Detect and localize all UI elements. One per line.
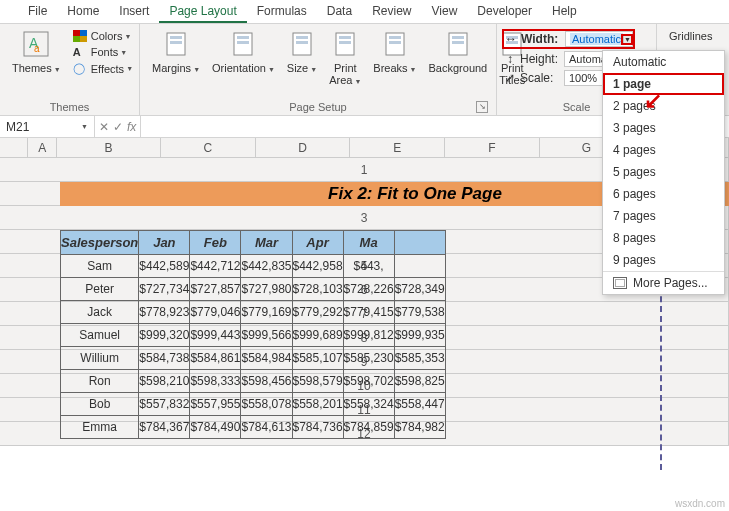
col-header-B[interactable]: B	[57, 138, 161, 158]
table-cell[interactable]: $443,	[343, 255, 394, 278]
table-cell[interactable]: $727,980	[241, 278, 292, 301]
table-cell[interactable]: $999,566	[241, 324, 292, 347]
tab-formulas[interactable]: Formulas	[247, 0, 317, 23]
table-cell[interactable]: $442,958	[292, 255, 343, 278]
table-cell[interactable]: $557,955	[190, 393, 241, 416]
more-pages-item[interactable]: More Pages...	[603, 272, 724, 294]
table-cell[interactable]: Samuel	[61, 324, 139, 347]
table-cell[interactable]: $598,579	[292, 370, 343, 393]
table-cell[interactable]: $779,046	[190, 301, 241, 324]
table-cell[interactable]: $779,538	[394, 301, 445, 324]
table-header[interactable]: Feb	[190, 231, 241, 255]
table-cell[interactable]: $442,835	[241, 255, 292, 278]
table-cell[interactable]: Bob	[61, 393, 139, 416]
table-cell[interactable]: $999,935	[394, 324, 445, 347]
effects-button[interactable]: ◯Effects▼	[73, 62, 133, 75]
width-option-automatic[interactable]: Automatic	[603, 51, 724, 73]
width-option-9-pages[interactable]: 9 pages	[603, 249, 724, 271]
tab-data[interactable]: Data	[317, 0, 362, 23]
table-cell[interactable]: Jack	[61, 301, 139, 324]
table-cell[interactable]: $784,859	[343, 416, 394, 439]
table-cell[interactable]: $584,861	[190, 347, 241, 370]
table-cell[interactable]: $558,447	[394, 393, 445, 416]
table-cell[interactable]: $558,324	[343, 393, 394, 416]
table-cell[interactable]: $784,367	[139, 416, 190, 439]
table-cell[interactable]: $585,230	[343, 347, 394, 370]
table-cell[interactable]: $784,736	[292, 416, 343, 439]
width-option-1-page[interactable]: 1 page	[603, 73, 724, 95]
width-option-8-pages[interactable]: 8 pages	[603, 227, 724, 249]
table-cell[interactable]: $999,689	[292, 324, 343, 347]
fx-icon[interactable]: fx	[127, 120, 136, 134]
table-cell[interactable]: Willium	[61, 347, 139, 370]
table-cell[interactable]: $779,169	[241, 301, 292, 324]
tab-review[interactable]: Review	[362, 0, 421, 23]
table-cell[interactable]: $584,738	[139, 347, 190, 370]
table-cell[interactable]: $598,333	[190, 370, 241, 393]
table-header[interactable]	[394, 231, 445, 255]
tab-insert[interactable]: Insert	[109, 0, 159, 23]
table-cell[interactable]: $598,702	[343, 370, 394, 393]
select-all-corner[interactable]	[0, 138, 28, 158]
fonts-button[interactable]: AFonts▼	[73, 46, 133, 58]
table-cell[interactable]: $728,349	[394, 278, 445, 301]
table-cell[interactable]: $598,210	[139, 370, 190, 393]
table-cell[interactable]: $558,078	[241, 393, 292, 416]
table-cell[interactable]: $558,201	[292, 393, 343, 416]
tab-page-layout[interactable]: Page Layout	[159, 0, 246, 23]
col-header-F[interactable]: F	[445, 138, 540, 158]
width-option-2-pages[interactable]: 2 pages	[603, 95, 724, 117]
col-header-E[interactable]: E	[350, 138, 445, 158]
table-header[interactable]: Jan	[139, 231, 190, 255]
name-box-dropdown[interactable]: ▼	[81, 123, 88, 130]
width-option-4-pages[interactable]: 4 pages	[603, 139, 724, 161]
colors-button[interactable]: Colors▼	[73, 30, 133, 42]
tab-home[interactable]: Home	[57, 0, 109, 23]
table-cell[interactable]	[394, 255, 445, 278]
print-area-button[interactable]: PrintArea▼	[323, 28, 367, 90]
table-cell[interactable]: $598,825	[394, 370, 445, 393]
table-cell[interactable]: $727,734	[139, 278, 190, 301]
table-cell[interactable]: Peter	[61, 278, 139, 301]
table-cell[interactable]: $728,103	[292, 278, 343, 301]
breaks-button[interactable]: Breaks▼	[367, 28, 422, 78]
size-button[interactable]: Size▼	[281, 28, 323, 78]
col-header-D[interactable]: D	[256, 138, 351, 158]
table-cell[interactable]: $727,857	[190, 278, 241, 301]
table-header[interactable]: Ma	[343, 231, 394, 255]
table-cell[interactable]: $557,832	[139, 393, 190, 416]
tab-help[interactable]: Help	[542, 0, 587, 23]
margins-button[interactable]: Margins▼	[146, 28, 206, 78]
table-cell[interactable]: $784,982	[394, 416, 445, 439]
table-header[interactable]: Mar	[241, 231, 292, 255]
col-header-C[interactable]: C	[161, 138, 256, 158]
table-cell[interactable]: $999,812	[343, 324, 394, 347]
table-cell[interactable]: $598,456	[241, 370, 292, 393]
table-cell[interactable]: Emma	[61, 416, 139, 439]
name-box[interactable]: M21▼	[0, 116, 95, 137]
table-cell[interactable]: $779,415	[343, 301, 394, 324]
orientation-button[interactable]: Orientation▼	[206, 28, 281, 78]
width-control[interactable]: ↔ Width: Automatic▼	[503, 30, 634, 48]
tab-view[interactable]: View	[422, 0, 468, 23]
table-cell[interactable]: $442,589	[139, 255, 190, 278]
table-cell[interactable]: Sam	[61, 255, 139, 278]
background-button[interactable]: Background	[423, 28, 494, 76]
width-option-5-pages[interactable]: 5 pages	[603, 161, 724, 183]
table-header[interactable]: Salesperson	[61, 231, 139, 255]
tab-developer[interactable]: Developer	[467, 0, 542, 23]
table-cell[interactable]: Ron	[61, 370, 139, 393]
width-option-6-pages[interactable]: 6 pages	[603, 183, 724, 205]
table-cell[interactable]: $584,984	[241, 347, 292, 370]
page-setup-dialog-launcher[interactable]: ↘	[476, 101, 488, 113]
width-dropdown-button[interactable]: ▼	[623, 36, 631, 43]
table-cell[interactable]: $585,353	[394, 347, 445, 370]
themes-button[interactable]: Aa Themes▼	[6, 28, 67, 78]
table-cell[interactable]: $784,613	[241, 416, 292, 439]
table-cell[interactable]: $778,923	[139, 301, 190, 324]
col-header-A[interactable]: A	[28, 138, 56, 158]
tab-file[interactable]: File	[18, 0, 57, 23]
table-cell[interactable]: $442,712	[190, 255, 241, 278]
table-header[interactable]: Apr	[292, 231, 343, 255]
table-cell[interactable]: $999,443	[190, 324, 241, 347]
